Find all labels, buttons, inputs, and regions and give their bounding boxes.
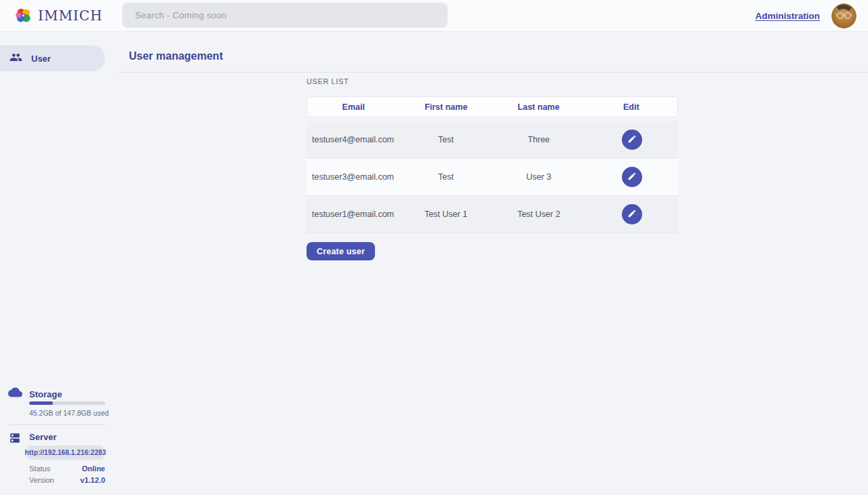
sidebar: User Storage 45.2GB of 147.8GB used Serv… [0, 32, 116, 495]
version-value: v1.12.0 [80, 476, 105, 484]
users-group-icon [9, 51, 22, 66]
table-row: testuser3@email.com Test User 3 [307, 159, 678, 196]
cell-last-name: User 3 [492, 172, 585, 182]
table-row: testuser4@email.com Test Three [307, 121, 678, 159]
user-list-label: USER LIST [307, 77, 678, 86]
cell-email: testuser1@email.com [307, 210, 399, 219]
edit-pencil-icon [627, 209, 637, 220]
table-body: testuser4@email.com Test Three testuser3… [307, 121, 678, 233]
cell-first-name: Test [399, 172, 492, 182]
edit-user-button[interactable] [622, 167, 642, 187]
storage-progress-fill [29, 401, 53, 405]
cell-email: testuser3@email.com [307, 172, 399, 182]
sidebar-item-label: User [31, 54, 51, 64]
administration-link[interactable]: Administration [755, 11, 820, 21]
cell-last-name: Test User 2 [492, 210, 585, 219]
cloud-icon [8, 387, 22, 400]
storage-progress-bar [29, 401, 105, 405]
version-label: Version [29, 476, 54, 484]
sidebar-item-user[interactable]: User [0, 45, 105, 71]
column-header-last-name: Last name [492, 102, 585, 112]
table-header-row: Email First name Last name Edit [307, 96, 678, 117]
brand[interactable]: IMMICH [14, 7, 103, 25]
server-url-chip: http://192.168.1.216:2283 [27, 446, 104, 460]
sidebar-divider [9, 424, 105, 425]
cell-first-name: Test User 1 [399, 210, 492, 219]
immich-logo-icon [14, 7, 33, 25]
server-title: Server [29, 432, 56, 442]
cell-email: testuser4@email.com [307, 135, 399, 144]
table-row: testuser1@email.com Test User 1 Test Use… [307, 196, 678, 233]
storage-usage-text: 45.2GB of 147.8GB used [29, 409, 108, 417]
status-label: Status [29, 464, 50, 473]
column-header-email: Email [307, 102, 400, 112]
top-bar: IMMICH Administration [0, 0, 868, 32]
column-header-first-name: First name [400, 102, 493, 112]
search-bar[interactable] [122, 3, 448, 28]
column-header-edit: Edit [585, 102, 678, 112]
cell-last-name: Three [492, 135, 585, 144]
storage-title: Storage [29, 389, 62, 399]
status-value: Online [82, 464, 105, 473]
user-avatar[interactable] [831, 3, 856, 28]
server-icon [9, 432, 21, 447]
edit-user-button[interactable] [622, 130, 642, 150]
create-user-button[interactable]: Create user [307, 242, 375, 260]
title-divider [116, 72, 868, 73]
server-status-row: Status Online [29, 464, 105, 473]
edit-pencil-icon [627, 134, 637, 146]
main-content: User management USER LIST Email First na… [116, 32, 868, 495]
user-table: Email First name Last name Edit testuser… [307, 96, 678, 233]
page-title: User management [129, 50, 223, 62]
cell-first-name: Test [399, 135, 492, 144]
server-version-row: Version v1.12.0 [29, 475, 105, 484]
brand-wordmark: IMMICH [38, 7, 103, 24]
search-input[interactable] [122, 3, 448, 28]
edit-user-button[interactable] [622, 204, 642, 224]
edit-pencil-icon [627, 172, 637, 183]
